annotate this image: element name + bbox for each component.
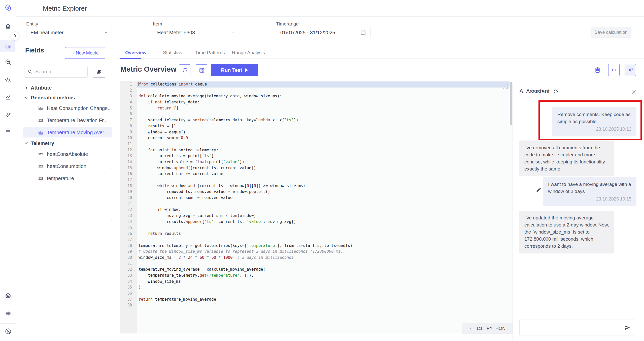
code-line[interactable]: 6	[120, 111, 510, 117]
code-line[interactable]: 32temperature_moving_average = calculate…	[120, 267, 510, 273]
hide-fields-button[interactable]	[93, 66, 105, 78]
sidebar-item-profile[interactable]	[0, 326, 16, 336]
sidebar-item-metrics[interactable]	[0, 41, 16, 51]
play-icon	[245, 68, 248, 72]
sidebar-item-home[interactable]	[0, 21, 16, 31]
timerange-value: 01/01/2025 - 31/12/2025	[280, 30, 335, 36]
code-editor[interactable]: 1from collections import deque23▾def cal…	[120, 81, 513, 333]
tab-range-analysis[interactable]: Range Analysis	[232, 47, 265, 59]
code-line[interactable]: 30window_size_ms = 2 * 24 * 60 * 60 * 10…	[120, 255, 510, 261]
copy-script-button[interactable]	[592, 64, 603, 76]
sidebar-divider	[0, 323, 16, 324]
code-line[interactable]: 2	[120, 88, 510, 94]
sidebar-item-explore[interactable]	[0, 57, 16, 67]
code-line[interactable]: 7 sorted_telemetry = sorted(telemetry_da…	[120, 117, 510, 123]
sidebar-item-formula[interactable]: √x	[0, 75, 16, 85]
tab-statistics[interactable]: Statistics	[163, 47, 182, 59]
page-title: Metric Explorer	[43, 0, 87, 17]
code-line[interactable]: 18▾ while window and (current_ts - windo…	[120, 183, 510, 189]
code-line[interactable]: 38	[120, 302, 510, 308]
entity-select[interactable]: EM heat meter	[26, 27, 112, 38]
chat-input[interactable]	[521, 325, 624, 330]
save-calculation-button[interactable]: Save calculation	[591, 27, 631, 38]
code-line[interactable]: 34 window_size_ms	[120, 279, 510, 285]
fields-panel-scrollbar[interactable]	[111, 168, 113, 221]
code-line[interactable]: 28temperature_telemetry = get_telemetrie…	[120, 243, 510, 249]
chat-input-box[interactable]	[519, 320, 635, 335]
code-line[interactable]: 29# Update the window_size_ms variable t…	[120, 249, 510, 255]
code-line[interactable]: 19 removed_ts, removed_value = window.po…	[120, 189, 510, 195]
sidebar-item-settings[interactable]	[0, 291, 16, 301]
code-line[interactable]: 33 temperature_telemetry.get('temperatur…	[120, 273, 510, 279]
app-window: √x Metric Explorer Entity EM hea	[0, 0, 644, 341]
code-line[interactable]: 31	[120, 261, 510, 267]
code-view-button[interactable]	[608, 64, 620, 76]
code-line[interactable]: 24 results.append({'ts': current_ts, 'va…	[120, 219, 510, 225]
code-line[interactable]: 15 window.append((current_ts, current_va…	[120, 165, 510, 171]
entity-label: Entity	[26, 21, 38, 27]
code-line[interactable]: 1from collections import deque	[120, 81, 510, 88]
item-select[interactable]: Heat Meter F303	[153, 27, 239, 38]
sidebar-expand-button[interactable]	[11, 32, 19, 40]
code-line[interactable]: 17	[120, 177, 510, 183]
run-test-button[interactable]: Run Test	[211, 64, 258, 76]
fullscreen-icon[interactable]	[502, 83, 509, 90]
code-line[interactable]: 13 current_ts = point['ts']	[120, 153, 510, 159]
tree-item-heatconsabsolute[interactable]: 123 heatConsAbsolute	[16, 149, 113, 159]
code-line[interactable]: 10 current_sum = 0.0	[120, 135, 510, 141]
ai-assistant-button[interactable]	[625, 64, 636, 76]
tree-item-temperature-moving-average[interactable]: Temperature Moving Aver...	[23, 127, 112, 137]
code-line[interactable]: 4▾ if not telemetry_data:	[120, 99, 510, 105]
tab-overview[interactable]: Overview	[125, 47, 147, 59]
timerange-picker[interactable]: 01/01/2025 - 31/12/2025	[276, 27, 370, 38]
chevron-down-icon	[25, 142, 28, 145]
tab-time-patterns[interactable]: Time Patterns	[195, 47, 225, 59]
save-script-button[interactable]	[196, 64, 207, 76]
edit-message-icon[interactable]	[536, 187, 541, 192]
code-line[interactable]: 36	[120, 291, 510, 297]
fields-panel-title: Fields	[25, 46, 44, 54]
code-line[interactable]: 9 window = deque()	[120, 129, 510, 135]
collapse-chevron-icon[interactable]	[469, 326, 472, 331]
tree-item-temperature-deviation[interactable]: 123 Temperature Deviation Fr...	[16, 115, 113, 125]
floppy-disk-icon	[199, 67, 205, 73]
code-line[interactable]: 16 current_sum += current_value	[120, 171, 510, 177]
code-line[interactable]: 22▾ if window:	[120, 207, 510, 213]
code-line[interactable]: 3▾def calculate_moving_average(telemetry…	[120, 93, 510, 99]
numeric-icon: 123	[38, 164, 45, 168]
search-input[interactable]	[35, 69, 84, 75]
code-line[interactable]: 23 moving_avg = current_sum / len(window…	[120, 213, 510, 219]
code-line[interactable]: 8 results = []	[120, 123, 510, 129]
sidebar-item-trends[interactable]	[0, 92, 16, 102]
refresh-button[interactable]	[179, 64, 190, 76]
code-line[interactable]: 25	[120, 225, 510, 231]
code-line[interactable]: 21	[120, 201, 510, 207]
sidebar-item-ai[interactable]	[0, 110, 16, 120]
code-line[interactable]: 14 current_value = float(point['value'])	[120, 159, 510, 165]
tree-item-heat-consumption-change[interactable]: Heat Consumption Change...	[16, 103, 113, 113]
tree-group-telemetry[interactable]: Telemetry	[16, 138, 113, 148]
tree-group-generated-metrics[interactable]: Generated metrics	[16, 93, 113, 103]
tree-group-attribute[interactable]: Attribute	[16, 83, 113, 93]
refresh-chat-icon[interactable]	[553, 89, 559, 94]
search-box[interactable]	[24, 66, 88, 78]
code-line[interactable]: 12▾ for point in sorted_telemetry:	[120, 147, 510, 153]
code-line[interactable]: 11	[120, 141, 510, 147]
sidebar-item-menu[interactable]	[0, 125, 16, 135]
app-logo-icon	[4, 3, 12, 12]
code-line[interactable]: 37return temperature_moving_average	[120, 297, 510, 303]
tree-item-heatconsumption[interactable]: 123 heatConsumption	[16, 161, 113, 171]
close-assistant-button[interactable]	[631, 90, 637, 95]
top-bar: Metric Explorer	[16, 0, 644, 17]
send-message-button[interactable]	[624, 325, 631, 331]
code-line[interactable]: 5 return []	[120, 105, 510, 111]
code-line[interactable]: 35)	[120, 285, 510, 291]
editor-scrollbar[interactable]	[510, 82, 512, 125]
code-line[interactable]: 26 return results	[120, 231, 510, 237]
tree-item-temperature[interactable]: 123 temperature	[16, 173, 113, 183]
code-line[interactable]: 20 current_sum -= removed_value	[120, 195, 510, 201]
bar-chart-icon	[38, 130, 45, 135]
sidebar-item-adjustments[interactable]	[0, 308, 16, 319]
code-line[interactable]: 27	[120, 237, 510, 243]
new-metric-button[interactable]: + New Metric	[65, 47, 105, 59]
